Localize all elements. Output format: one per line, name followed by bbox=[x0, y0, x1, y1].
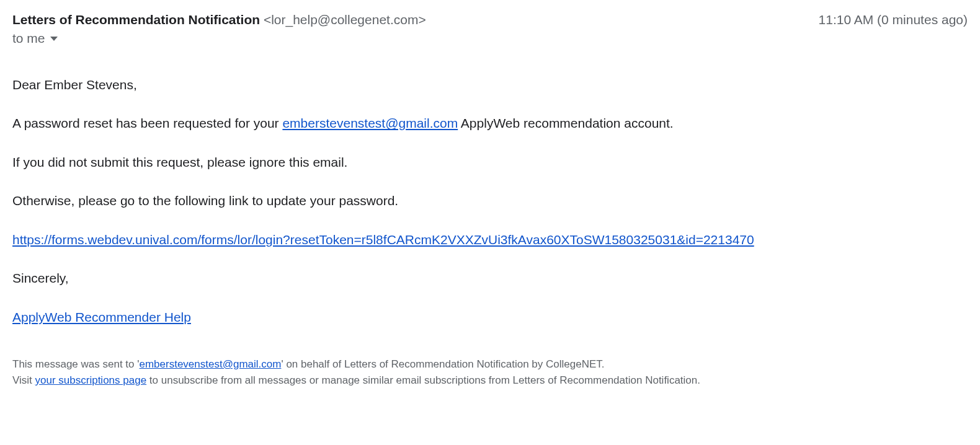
email-header: Letters of Recommendation Notification <… bbox=[12, 12, 968, 27]
ignore-paragraph: If you did not submit this request, plea… bbox=[12, 153, 968, 172]
footer-recipient-email-link[interactable]: emberstevenstest@gmail.com bbox=[140, 358, 282, 370]
footer-line-2: Visit your subscriptions page to unsubsc… bbox=[12, 372, 968, 389]
footer-line-1: This message was sent to 'emberstevenste… bbox=[12, 356, 968, 372]
recipient-line[interactable]: to me bbox=[12, 31, 968, 46]
reset-link-paragraph: https://forms.webdev.unival.com/forms/lo… bbox=[12, 231, 968, 249]
footer1-after: ' on behalf of Letters of Recommendation… bbox=[281, 358, 604, 370]
subscriptions-page-link[interactable]: your subscriptions page bbox=[35, 374, 147, 386]
closing: Sincerely, bbox=[12, 269, 968, 288]
password-reset-link[interactable]: https://forms.webdev.unival.com/forms/lo… bbox=[12, 232, 754, 247]
password-reset-paragraph: A password reset has been requested for … bbox=[12, 114, 968, 133]
para1-after: ApplyWeb recommendation account. bbox=[458, 116, 673, 130]
chevron-down-icon[interactable] bbox=[50, 37, 58, 41]
para1-before: A password reset has been requested for … bbox=[12, 116, 282, 130]
footer1-before: This message was sent to ' bbox=[12, 358, 140, 370]
footer2-after: to unsubscribe from all messages or mana… bbox=[146, 374, 700, 386]
recipient-text: to me bbox=[12, 31, 45, 46]
email-body: Dear Ember Stevens, A password reset has… bbox=[12, 76, 968, 327]
instruction-paragraph: Otherwise, please go to the following li… bbox=[12, 192, 968, 210]
recommender-help-link[interactable]: ApplyWeb Recommender Help bbox=[12, 310, 191, 324]
footer2-before: Visit bbox=[12, 374, 35, 386]
signature-paragraph: ApplyWeb Recommender Help bbox=[12, 308, 968, 327]
email-timestamp: 11:10 AM (0 minutes ago) bbox=[819, 12, 968, 27]
sender-line: Letters of Recommendation Notification <… bbox=[12, 12, 426, 27]
email-footer: This message was sent to 'emberstevenste… bbox=[12, 356, 968, 388]
account-email-link[interactable]: emberstevenstest@gmail.com bbox=[282, 116, 458, 130]
sender-name: Letters of Recommendation Notification bbox=[12, 12, 260, 27]
greeting: Dear Ember Stevens, bbox=[12, 76, 968, 94]
sender-email: <lor_help@collegenet.com> bbox=[264, 12, 426, 27]
